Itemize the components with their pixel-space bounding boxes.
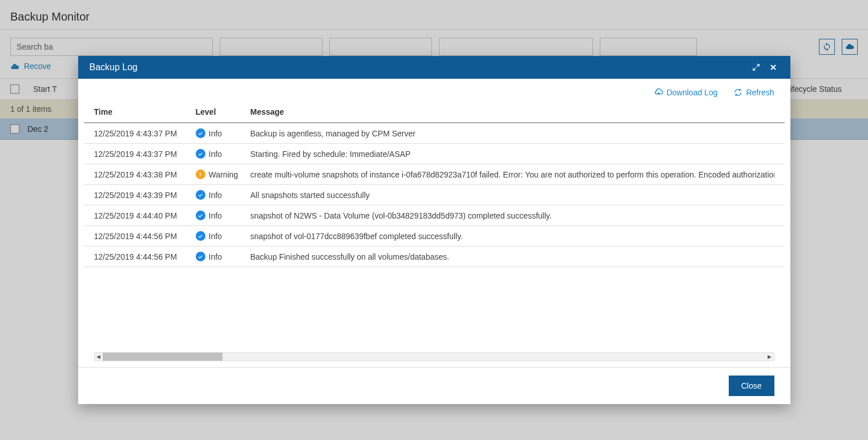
- maximize-icon: [752, 63, 760, 71]
- refresh-button[interactable]: Refresh: [733, 88, 774, 97]
- log-level: Info: [196, 231, 251, 241]
- log-time: 12/25/2019 4:43:37 PM: [94, 129, 196, 138]
- log-row: 12/25/2019 4:43:38 PMWarningcreate multi…: [84, 164, 785, 185]
- close-icon: [769, 63, 777, 71]
- modal-footer: Close: [78, 367, 790, 404]
- log-row: 12/25/2019 4:43:39 PMInfoAll snapshots s…: [84, 185, 785, 205]
- scroll-thumb[interactable]: [103, 353, 223, 361]
- log-message: Backup Finished successfully on all volu…: [251, 252, 774, 261]
- info-icon: [196, 190, 205, 200]
- download-log-button[interactable]: Download Log: [654, 88, 718, 97]
- log-message: All snapshots started successfully: [251, 191, 774, 200]
- log-time: 12/25/2019 4:44:56 PM: [94, 232, 196, 241]
- log-message: Starting. Fired by schedule: Immediate/A…: [251, 150, 774, 159]
- log-time: 12/25/2019 4:43:37 PM: [94, 150, 196, 159]
- column-time: Time: [94, 107, 196, 116]
- log-time: 12/25/2019 4:44:40 PM: [94, 211, 196, 220]
- log-level-label: Info: [209, 150, 222, 159]
- info-icon: [196, 149, 205, 159]
- log-table: Time Level Message 12/25/2019 4:43:37 PM…: [78, 103, 790, 367]
- column-level: Level: [196, 107, 251, 116]
- log-rows-container: 12/25/2019 4:43:37 PMInfoBackup is agent…: [84, 123, 785, 267]
- log-message: snapshot of vol-0177dcc889639fbef comple…: [251, 232, 774, 241]
- log-message: create multi-volume snapshots of instanc…: [251, 170, 774, 179]
- modal-backdrop: Backup Log Download Log Refresh Time Lev…: [0, 0, 868, 440]
- maximize-button[interactable]: [750, 62, 762, 73]
- log-row: 12/25/2019 4:44:56 PMInfoBackup Finished…: [84, 247, 785, 267]
- log-row: 12/25/2019 4:44:56 PMInfosnapshot of vol…: [84, 226, 785, 247]
- close-button[interactable]: Close: [729, 376, 774, 396]
- horizontal-scrollbar[interactable]: ◀ ▶: [94, 352, 774, 361]
- modal-actions: Download Log Refresh: [78, 79, 790, 103]
- log-time: 12/25/2019 4:43:38 PM: [94, 170, 196, 179]
- modal-header: Backup Log: [78, 56, 790, 79]
- scroll-right-arrow[interactable]: ▶: [766, 353, 774, 361]
- log-level: Info: [196, 252, 251, 261]
- log-level: Info: [196, 149, 251, 159]
- log-message: snapshot of N2WS - Data Volume (vol-0b34…: [251, 211, 774, 220]
- info-icon: [196, 252, 205, 261]
- scroll-left-arrow[interactable]: ◀: [95, 353, 103, 361]
- cloud-download-icon: [654, 88, 663, 97]
- refresh-icon: [733, 88, 742, 97]
- log-level-label: Info: [209, 129, 222, 138]
- log-level: Info: [196, 128, 251, 138]
- scroll-track[interactable]: [103, 353, 766, 361]
- log-level: Warning: [196, 169, 251, 179]
- log-level: Info: [196, 211, 251, 220]
- log-row: 12/25/2019 4:43:37 PMInfoStarting. Fired…: [84, 144, 785, 164]
- warning-icon: [196, 169, 205, 179]
- log-level-label: Warning: [209, 170, 239, 179]
- column-message: Message: [251, 107, 774, 116]
- log-time: 12/25/2019 4:43:39 PM: [94, 191, 196, 200]
- log-message: Backup is agentless, managed by CPM Serv…: [251, 129, 774, 138]
- close-x-button[interactable]: [768, 62, 779, 73]
- log-level-label: Info: [209, 252, 222, 261]
- backup-log-modal: Backup Log Download Log Refresh Time Lev…: [78, 56, 790, 404]
- log-level-label: Info: [209, 232, 222, 241]
- log-table-header: Time Level Message: [84, 103, 785, 123]
- log-level-label: Info: [209, 211, 222, 220]
- info-icon: [196, 231, 205, 241]
- log-time: 12/25/2019 4:44:56 PM: [94, 252, 196, 261]
- log-row: 12/25/2019 4:43:37 PMInfoBackup is agent…: [84, 123, 785, 144]
- log-level: Info: [196, 190, 251, 200]
- info-icon: [196, 211, 205, 220]
- log-row: 12/25/2019 4:44:40 PMInfosnapshot of N2W…: [84, 205, 785, 226]
- log-level-label: Info: [209, 191, 222, 200]
- info-icon: [196, 128, 205, 138]
- modal-title: Backup Log: [90, 62, 745, 72]
